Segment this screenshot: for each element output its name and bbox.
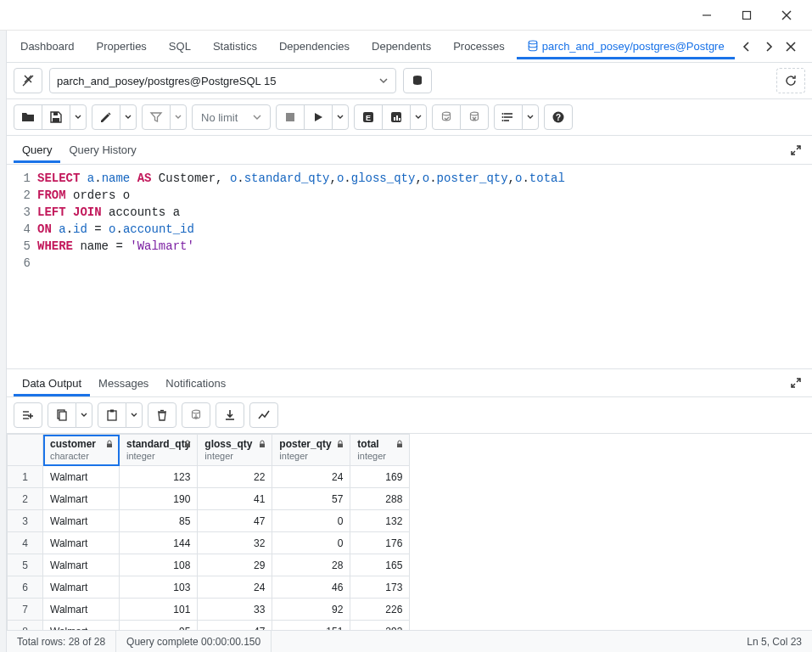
cell-total[interactable]: 132	[350, 510, 410, 532]
row-number-header[interactable]	[8, 435, 43, 466]
save-dropdown[interactable]	[70, 104, 87, 130]
commit-button[interactable]	[432, 104, 461, 130]
cell-poster-qty[interactable]: 0	[272, 532, 350, 554]
cell-poster-qty[interactable]: 92	[272, 599, 350, 621]
sql-editor[interactable]: 1 2 3 4 5 6 SELECT a.name AS Customer, o…	[7, 165, 812, 368]
cell-customer[interactable]: Walmart	[43, 510, 120, 532]
row-number[interactable]: 1	[8, 466, 43, 488]
cell-standard-qty[interactable]: 95	[120, 621, 198, 631]
cell-standard-qty[interactable]: 123	[120, 466, 198, 488]
rollback-button[interactable]	[460, 104, 489, 130]
column-header-customer[interactable]: customercharacter	[43, 435, 120, 466]
cell-customer[interactable]: Walmart	[43, 599, 120, 621]
expand-output-icon[interactable]	[787, 374, 805, 392]
column-header-total[interactable]: totalinteger	[350, 435, 410, 466]
macros-button[interactable]	[494, 104, 523, 130]
execute-button[interactable]	[304, 104, 333, 130]
cell-total[interactable]: 288	[350, 488, 410, 510]
cell-gloss-qty[interactable]: 47	[198, 621, 272, 631]
row-number[interactable]: 4	[8, 532, 43, 554]
tabs-next-icon[interactable]	[759, 37, 779, 57]
cell-gloss-qty[interactable]: 22	[198, 466, 272, 488]
result-grid[interactable]: customercharacter standard_qtyinteger gl…	[7, 434, 812, 630]
cell-standard-qty[interactable]: 108	[120, 554, 198, 576]
macros-dropdown[interactable]	[522, 104, 539, 130]
table-row[interactable]: 1Walmart1232224169	[8, 466, 410, 488]
cell-gloss-qty[interactable]: 29	[198, 554, 272, 576]
cell-gloss-qty[interactable]: 32	[198, 532, 272, 554]
copy-button[interactable]	[48, 402, 76, 428]
cell-standard-qty[interactable]: 190	[120, 488, 198, 510]
table-row[interactable]: 4Walmart144320176	[8, 532, 410, 554]
maximize-button[interactable]	[727, 2, 765, 29]
cell-customer[interactable]: Walmart	[43, 466, 120, 488]
tab-notifications[interactable]: Notifications	[157, 370, 234, 396]
tab-dependents[interactable]: Dependents	[361, 33, 441, 59]
paste-button[interactable]	[98, 402, 126, 428]
table-row[interactable]: 8Walmart9547151293	[8, 621, 410, 631]
table-row[interactable]: 7Walmart1013392226	[8, 599, 410, 621]
cell-customer[interactable]: Walmart	[43, 576, 120, 599]
copy-dropdown[interactable]	[76, 402, 92, 428]
column-header-standard-qty[interactable]: standard_qtyinteger	[120, 435, 198, 466]
cell-total[interactable]: 226	[350, 599, 410, 621]
connection-status-icon[interactable]	[14, 68, 42, 93]
expand-editor-icon[interactable]	[787, 141, 805, 160]
close-button[interactable]	[767, 2, 805, 29]
column-header-gloss-qty[interactable]: gloss_qtyinteger	[198, 435, 272, 466]
table-row[interactable]: 2Walmart1904157288	[8, 488, 410, 510]
code-area[interactable]: SELECT a.name AS Customer, o.standard_qt…	[37, 165, 812, 368]
reset-layout-button[interactable]	[776, 68, 805, 93]
cell-total[interactable]: 293	[350, 621, 410, 631]
tab-query-tool[interactable]: parch_and_posey/postgres@Postgre	[517, 33, 735, 59]
explain-analyze-button[interactable]	[382, 104, 411, 130]
help-button[interactable]: ?	[544, 104, 573, 130]
tab-dashboard[interactable]: Dashboard	[10, 33, 85, 59]
cell-gloss-qty[interactable]: 24	[198, 576, 272, 599]
tab-processes[interactable]: Processes	[443, 33, 515, 59]
filter-dropdown[interactable]	[170, 104, 187, 130]
table-row[interactable]: 5Walmart1082928165	[8, 554, 410, 576]
tab-query[interactable]: Query	[14, 137, 60, 163]
tab-data-output[interactable]: Data Output	[14, 370, 90, 396]
tab-messages[interactable]: Messages	[90, 370, 157, 396]
explain-dropdown[interactable]	[410, 104, 427, 130]
cell-total[interactable]: 173	[350, 576, 410, 599]
stop-button[interactable]	[276, 104, 305, 130]
filter-button[interactable]	[142, 104, 171, 130]
edit-button[interactable]	[92, 104, 120, 130]
save-data-button[interactable]	[182, 402, 210, 428]
cell-customer[interactable]: Walmart	[43, 621, 120, 631]
download-button[interactable]	[216, 402, 244, 428]
cell-poster-qty[interactable]: 46	[272, 576, 350, 599]
cell-customer[interactable]: Walmart	[43, 554, 120, 576]
delete-row-button[interactable]	[148, 402, 176, 428]
minimize-button[interactable]	[687, 2, 725, 29]
cell-gloss-qty[interactable]: 47	[198, 510, 272, 532]
new-connection-button[interactable]	[403, 68, 432, 93]
edit-dropdown[interactable]	[120, 104, 137, 130]
cell-gloss-qty[interactable]: 41	[198, 488, 272, 510]
execute-dropdown[interactable]	[332, 104, 349, 130]
column-header-poster-qty[interactable]: poster_qtyinteger	[272, 435, 350, 466]
tabs-prev-icon[interactable]	[736, 37, 757, 57]
tab-sql[interactable]: SQL	[159, 33, 201, 59]
add-row-button[interactable]	[14, 402, 42, 428]
row-number[interactable]: 7	[8, 599, 43, 621]
cell-standard-qty[interactable]: 85	[120, 510, 198, 532]
cell-poster-qty[interactable]: 28	[272, 554, 350, 576]
cell-poster-qty[interactable]: 57	[272, 488, 350, 510]
row-number[interactable]: 5	[8, 554, 43, 576]
cell-total[interactable]: 176	[350, 532, 410, 554]
paste-dropdown[interactable]	[126, 402, 143, 428]
table-row[interactable]: 6Walmart1032446173	[8, 576, 410, 599]
cell-poster-qty[interactable]: 0	[272, 510, 350, 532]
explain-button[interactable]: E	[354, 104, 383, 130]
cell-customer[interactable]: Walmart	[43, 532, 120, 554]
row-number[interactable]: 6	[8, 576, 43, 599]
connection-select[interactable]: parch_and_posey/postgres@PostgreSQL 15	[49, 68, 396, 93]
save-button[interactable]	[42, 104, 70, 130]
row-number[interactable]: 3	[8, 510, 43, 532]
cell-poster-qty[interactable]: 151	[272, 621, 350, 631]
tab-query-history[interactable]: Query History	[60, 137, 144, 163]
